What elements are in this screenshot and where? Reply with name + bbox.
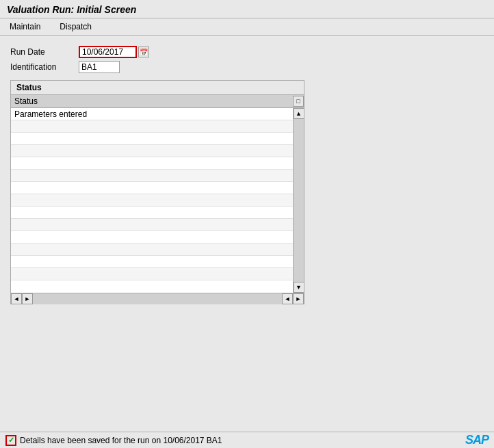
status-row — [11, 120, 293, 133]
identification-row: Identification — [10, 61, 484, 73]
status-row — [11, 268, 293, 280]
horizontal-scroll-row: ◄ ► ◄ ► — [11, 293, 304, 304]
status-row: Parameters entered — [11, 108, 293, 120]
h-scroll-prev-button[interactable]: ► — [22, 293, 33, 304]
status-row — [11, 219, 293, 231]
menu-bar: Maintain Dispatch — [0, 18, 494, 36]
main-window: Valuation Run: Initial Screen Maintain D… — [0, 0, 494, 448]
sort-button[interactable]: □ — [293, 96, 304, 107]
identification-label: Identification — [10, 62, 79, 72]
title-bar: Valuation Run: Initial Screen — [0, 0, 494, 18]
h-scroll-next-button[interactable]: ◄ — [282, 293, 293, 304]
status-row — [11, 207, 293, 219]
vertical-scrollbar: ▲ ▼ — [293, 108, 304, 293]
status-table-header: Status □ — [11, 95, 304, 108]
h-scroll-first-button[interactable]: ◄ — [11, 293, 22, 304]
identification-input[interactable] — [79, 61, 120, 73]
status-legend: Status — [11, 81, 304, 95]
menu-maintain[interactable]: Maintain — [7, 21, 43, 33]
status-table-container: Status □ Parameters entered ▲ ▼ — [11, 95, 304, 304]
status-col-header: Status — [11, 95, 293, 107]
status-bar: ✓ Details have been saved for the run on… — [0, 432, 494, 448]
scroll-down-button[interactable]: ▼ — [294, 282, 304, 293]
status-list-area: Parameters entered ▲ ▼ — [11, 108, 304, 293]
status-row — [11, 194, 293, 207]
status-icon-box: ✓ — [5, 435, 16, 446]
calendar-icon: 📅 — [140, 49, 148, 56]
status-rows: Parameters entered — [11, 108, 293, 293]
status-message-container: ✓ Details have been saved for the run on… — [5, 435, 222, 446]
check-icon: ✓ — [8, 436, 14, 445]
status-row — [11, 133, 293, 145]
scroll-up-button[interactable]: ▲ — [294, 108, 304, 119]
status-row — [11, 145, 293, 157]
h-scroll-last-button[interactable]: ► — [293, 293, 304, 304]
run-date-label: Run Date — [10, 47, 79, 57]
status-group: Status Status □ Parameters entered ▲ — [10, 80, 304, 304]
scroll-track — [294, 119, 304, 282]
sap-logo: SAP — [465, 433, 489, 447]
status-row — [11, 256, 293, 268]
status-row — [11, 170, 293, 182]
h-scroll-right-buttons: ◄ ► — [282, 293, 304, 304]
h-scroll-track — [33, 293, 282, 304]
form-section: Run Date 📅 Identification — [10, 46, 484, 73]
sort-icon: □ — [296, 98, 300, 105]
page-title: Valuation Run: Initial Screen — [7, 4, 487, 15]
status-row — [11, 243, 293, 256]
status-row — [11, 182, 293, 194]
menu-dispatch[interactable]: Dispatch — [57, 21, 94, 33]
content-area: Run Date 📅 Identification Status Status … — [0, 36, 494, 448]
status-message-text: Details have been saved for the run on 1… — [20, 436, 222, 445]
h-scroll-left-buttons: ◄ ► — [11, 293, 33, 304]
run-date-row: Run Date 📅 — [10, 46, 484, 58]
run-date-input[interactable] — [79, 46, 137, 58]
status-row — [11, 231, 293, 243]
calendar-button[interactable]: 📅 — [138, 47, 149, 57]
status-row — [11, 157, 293, 170]
